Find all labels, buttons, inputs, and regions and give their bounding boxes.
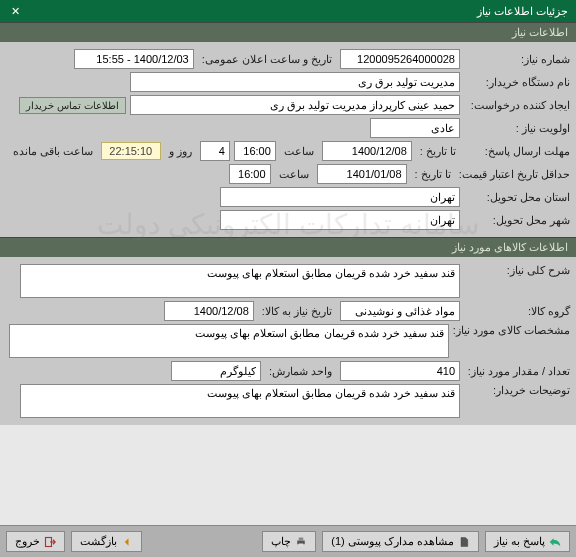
- unit-field[interactable]: [171, 361, 261, 381]
- to-date-label-2: تا تاریخ :: [411, 168, 455, 181]
- print-icon: [295, 536, 307, 548]
- validity-time-field[interactable]: [229, 164, 271, 184]
- attachments-button-label: مشاهده مدارک پیوستی (1): [331, 535, 454, 548]
- unit-label: واحد شمارش:: [265, 365, 336, 378]
- desc-field[interactable]: [20, 264, 460, 298]
- remain-label: ساعت باقی مانده: [9, 145, 97, 158]
- print-button[interactable]: چاپ: [262, 531, 316, 552]
- reply-icon: [549, 536, 561, 548]
- desc-label: شرح کلی نیاز:: [464, 264, 570, 277]
- delivery-city-field[interactable]: [220, 210, 460, 230]
- footer-toolbar: پاسخ به نیاز مشاهده مدارک پیوستی (1) چاپ…: [0, 525, 576, 557]
- spec-label: مشخصات کالای مورد نیاز:: [453, 324, 570, 337]
- back-icon: [121, 536, 133, 548]
- days-remaining-field[interactable]: [200, 141, 230, 161]
- respond-button-label: پاسخ به نیاز: [494, 535, 545, 548]
- group-label: گروه کالا:: [464, 305, 570, 318]
- countdown-timer: 22:15:10: [101, 142, 161, 160]
- days-and-label: روز و: [165, 145, 196, 158]
- deadline-label: مهلت ارسال پاسخ:: [464, 145, 570, 158]
- time-label-1: ساعت: [280, 145, 318, 158]
- need-number-field[interactable]: [340, 49, 460, 69]
- buyer-notes-field[interactable]: [20, 384, 460, 418]
- qty-field[interactable]: [340, 361, 460, 381]
- section-body-goods-info: شرح کلی نیاز: گروه کالا: تاریخ نیاز به ک…: [0, 257, 576, 425]
- priority-label: اولویت نیاز :: [464, 122, 570, 135]
- announce-label: تاریخ و ساعت اعلان عمومی:: [198, 53, 336, 66]
- delivery-province-label: استان محل تحویل:: [464, 191, 570, 204]
- window-title: جزئیات اطلاعات نیاز: [477, 5, 568, 18]
- deadline-date-field[interactable]: [322, 141, 412, 161]
- validity-date-field[interactable]: [317, 164, 407, 184]
- buyer-contact-button[interactable]: اطلاعات تماس خریدار: [19, 97, 126, 114]
- exit-icon: [44, 536, 56, 548]
- exit-button-label: خروج: [15, 535, 40, 548]
- exit-button[interactable]: خروج: [6, 531, 65, 552]
- need-date-label: تاریخ نیاز به کالا:: [258, 305, 336, 318]
- content-area: سامانه تدارکات الکترونیکی دولت اطلاعات ن…: [0, 22, 576, 425]
- to-date-label-1: تا تاریخ :: [416, 145, 460, 158]
- back-button[interactable]: بازگشت: [71, 531, 142, 552]
- section-body-need-info: شماره نیاز: تاریخ و ساعت اعلان عمومی: نا…: [0, 42, 576, 237]
- close-icon[interactable]: ✕: [8, 4, 22, 18]
- buyer-org-label: نام دستگاه خریدار:: [464, 76, 570, 89]
- deadline-time-field[interactable]: [234, 141, 276, 161]
- group-field[interactable]: [340, 301, 460, 321]
- section-header-need-info: اطلاعات نیاز: [0, 22, 576, 42]
- buyer-org-field[interactable]: [130, 72, 460, 92]
- svg-rect-2: [299, 543, 304, 546]
- print-button-label: چاپ: [271, 535, 291, 548]
- time-label-2: ساعت: [275, 168, 313, 181]
- announce-date-field[interactable]: [74, 49, 194, 69]
- delivery-city-label: شهر محل تحویل:: [464, 214, 570, 227]
- requester-label: ایجاد کننده درخواست:: [464, 99, 570, 112]
- delivery-province-field[interactable]: [220, 187, 460, 207]
- need-date-field[interactable]: [164, 301, 254, 321]
- back-button-label: بازگشت: [80, 535, 117, 548]
- validity-label: حداقل تاریخ اعتبار قیمت:: [459, 168, 570, 181]
- svg-rect-1: [299, 537, 304, 540]
- titlebar: جزئیات اطلاعات نیاز ✕: [0, 0, 576, 22]
- priority-field[interactable]: [370, 118, 460, 138]
- requester-field[interactable]: [130, 95, 460, 115]
- spec-field[interactable]: [9, 324, 449, 358]
- attachment-icon: [458, 536, 470, 548]
- attachments-button[interactable]: مشاهده مدارک پیوستی (1): [322, 531, 479, 552]
- need-number-label: شماره نیاز:: [464, 53, 570, 66]
- qty-label: تعداد / مقدار مورد نیاز:: [464, 365, 570, 378]
- buyer-notes-label: توضیحات خریدار:: [464, 384, 570, 397]
- section-header-goods-info: اطلاعات کالاهای مورد نیاز: [0, 237, 576, 257]
- respond-button[interactable]: پاسخ به نیاز: [485, 531, 570, 552]
